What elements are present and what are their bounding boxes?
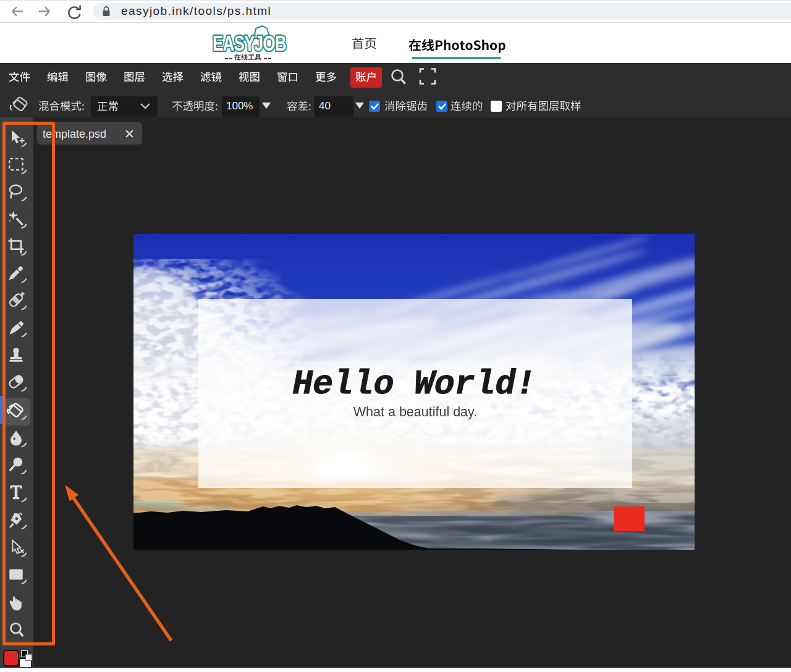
svg-text:What a beautiful day.: What a beautiful day. [353, 405, 477, 419]
svg-text:EASYJOB: EASYJOB [213, 31, 286, 56]
svg-text:Hello World!: Hello World! [292, 365, 536, 404]
